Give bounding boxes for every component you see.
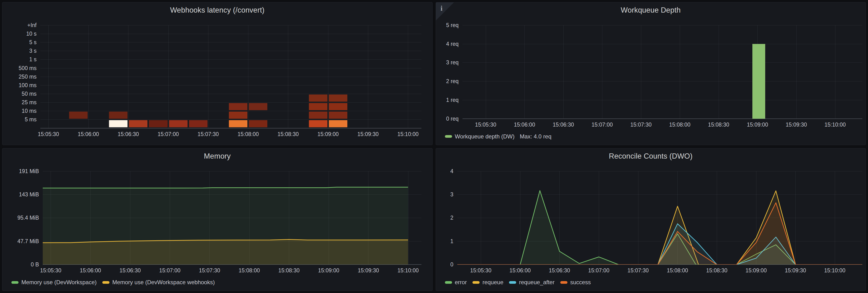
y-axis-tick-label: 50 ms	[22, 90, 37, 97]
legend-series-color-chip	[560, 281, 567, 284]
x-axis-tick-label: 15:06:00	[80, 267, 101, 274]
panel-reconcile-counts: Reconcile Counts (DWO) 43210 15:05:3015:…	[436, 148, 866, 291]
x-axis-tick-label: 15:06:30	[549, 267, 570, 274]
heatmap-cell	[329, 112, 347, 119]
gridline-horizontal	[463, 81, 863, 82]
heatmap-cell	[149, 120, 167, 127]
x-axis-tick-label: 15:07:00	[159, 267, 180, 274]
gridline-vertical	[719, 25, 719, 119]
heatmap-cell	[309, 120, 328, 127]
panel-title-webhooks-latency[interactable]: Webhooks latency (/convert)	[2, 5, 432, 16]
workqueue-y-axis: 5 req4 req3 req2 req1 req0 req	[436, 25, 463, 119]
x-axis-tick-label: 15:06:30	[118, 131, 139, 138]
legend-item-requeue-after[interactable]: requeue_after	[509, 279, 554, 286]
x-axis-tick-label: 15:07:30	[627, 267, 649, 274]
webhooks-x-axis: 15:05:3015:06:0015:06:3015:07:0015:07:30…	[40, 128, 422, 140]
grafana-dashboard: Webhooks latency (/convert) +Inf10 s5 s3…	[0, 0, 868, 293]
gridline-horizontal	[463, 62, 863, 63]
legend-item-workqueue-depth-dw-[interactable]: Workqueue depth (DW)Max: 4.0 req	[445, 133, 552, 140]
reconcile-legend: errorrequeuerequeue_aftersuccess	[436, 276, 866, 291]
y-axis-tick-label: 3	[451, 191, 454, 198]
x-axis-tick-label: 15:08:00	[238, 131, 259, 138]
heatmap-cell	[109, 120, 127, 127]
legend-item-error[interactable]: error	[445, 279, 467, 286]
heatmap-cell	[309, 112, 328, 119]
gridline-vertical	[602, 25, 602, 119]
y-axis-tick-label: 191 MiB	[19, 168, 39, 174]
series-area-Memory use (DevWorkspace webhooks)	[43, 239, 408, 264]
gridline-vertical	[680, 25, 680, 119]
heatmap-cell	[169, 120, 188, 127]
x-axis-tick-label: 15:05:30	[470, 267, 492, 274]
x-axis-tick-label: 15:10:00	[397, 131, 419, 138]
legend-series-label: requeue	[483, 279, 503, 286]
y-axis-tick-label: 10 ms	[22, 108, 37, 114]
x-axis-tick-label: 15:07:00	[591, 122, 613, 128]
memory-legend: Memory use (DevWorkspace)Memory use (Dev…	[2, 276, 432, 291]
heatmap-cell	[229, 112, 247, 119]
info-icon[interactable]: i	[441, 5, 442, 12]
series-area-error	[457, 191, 863, 264]
workqueue-bar-plot[interactable]	[463, 25, 863, 119]
series-area-requeue	[457, 191, 863, 264]
gridline-vertical	[796, 25, 797, 119]
legend-item-memory-use-devworkspace-webhooks-[interactable]: Memory use (DevWorkspace webhooks)	[102, 279, 215, 286]
gridline-vertical	[524, 25, 525, 119]
heatmap-cell	[249, 103, 267, 110]
heatmap-cell	[329, 120, 347, 127]
panel-title-reconcile-counts[interactable]: Reconcile Counts (DWO)	[436, 151, 866, 162]
legend-series-label: Memory use (DevWorkspace webhooks)	[112, 279, 215, 286]
workqueue-x-axis: 15:05:3015:06:0015:06:3015:07:0015:07:30…	[463, 119, 863, 130]
x-axis-tick-label: 15:06:00	[78, 131, 99, 138]
y-axis-tick-label: 1 s	[29, 56, 37, 63]
legend-item-success[interactable]: success	[560, 279, 591, 286]
x-axis-tick-label: 15:05:30	[40, 267, 61, 274]
panel-title-memory[interactable]: Memory	[2, 151, 432, 162]
series-line-success	[457, 203, 863, 264]
y-axis-tick-label: 2	[451, 215, 454, 221]
gridline-horizontal	[463, 44, 863, 44]
heatmap-cell	[249, 120, 267, 127]
x-axis-tick-label: 15:10:00	[397, 267, 419, 274]
heatmap-cell	[109, 112, 127, 119]
x-axis-tick-label: 15:09:30	[786, 122, 807, 128]
gridline-horizontal	[40, 42, 422, 42]
legend-item-memory-use-devworkspace-[interactable]: Memory use (DevWorkspace)	[11, 279, 97, 286]
heatmap-cell	[309, 94, 328, 101]
y-axis-tick-label: +Inf	[27, 22, 37, 29]
legend-item-requeue[interactable]: requeue	[472, 279, 503, 286]
gridline-horizontal	[40, 34, 422, 34]
heatmap-cell	[309, 103, 328, 110]
reconcile-body: 43210	[436, 171, 866, 265]
reconcile-line-plot[interactable]	[457, 171, 863, 265]
x-axis-tick-label: 15:06:00	[514, 122, 535, 128]
panel-webhooks-latency: Webhooks latency (/convert) +Inf10 s5 s3…	[2, 2, 433, 145]
legend-series-label: requeue_after	[519, 279, 554, 286]
x-axis-tick-label: 15:06:30	[119, 267, 141, 274]
x-axis-tick-label: 15:05:30	[475, 122, 496, 128]
y-axis-tick-label: 25 ms	[22, 99, 37, 106]
x-axis-tick-label: 15:08:30	[278, 131, 299, 138]
webhooks-heatmap-plot[interactable]	[40, 25, 422, 128]
x-axis-tick-label: 15:06:30	[553, 122, 574, 128]
y-axis-tick-label: 500 ms	[19, 65, 37, 71]
y-axis-tick-label: 0 req	[446, 115, 459, 122]
x-axis-tick-label: 15:09:30	[358, 267, 379, 274]
x-axis-tick-label: 15:07:00	[158, 131, 179, 138]
webhooks-y-axis: +Inf10 s5 s3 s1 s500 ms250 ms100 ms50 ms…	[2, 25, 40, 128]
legend-series-color-chip	[11, 281, 19, 284]
heatmap-cell	[329, 94, 347, 101]
x-axis-tick-label: 15:08:00	[669, 122, 691, 128]
reconcile-x-axis: 15:05:3015:06:0015:06:3015:07:0015:07:30…	[457, 264, 863, 276]
y-axis-tick-label: 5 req	[446, 22, 459, 29]
y-axis-tick-label: 2 req	[446, 78, 459, 85]
y-axis-tick-label: 47.7 MiB	[17, 238, 39, 244]
panel-memory: Memory 191 MiB143 MiB95.4 MiB47.7 MiB0 B…	[2, 148, 433, 291]
reconcile-y-axis: 43210	[436, 171, 457, 265]
gridline-horizontal	[40, 68, 422, 68]
series-line-error	[457, 191, 863, 264]
panel-title-workqueue-depth[interactable]: Workqueue Depth	[436, 5, 866, 16]
heatmap-cell	[329, 103, 347, 110]
memory-line-plot[interactable]	[43, 171, 422, 265]
heatmap-cell	[229, 103, 247, 110]
